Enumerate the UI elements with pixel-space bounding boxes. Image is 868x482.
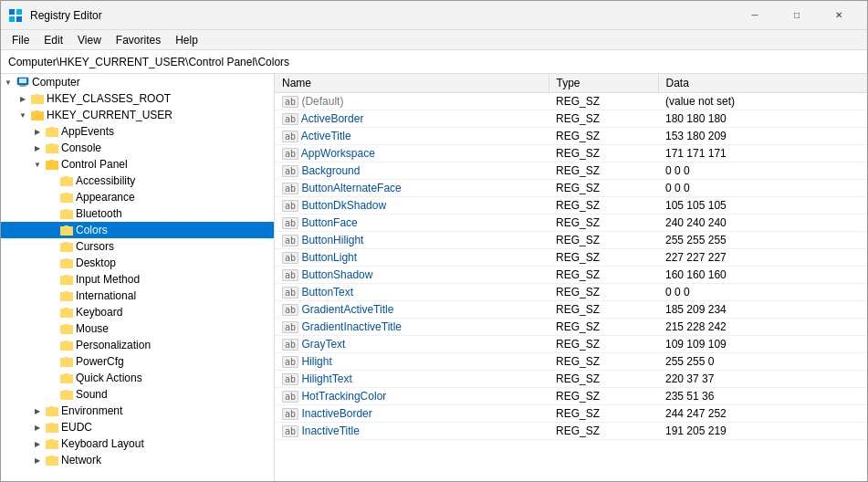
reg-data-cell: 0 0 0 <box>658 180 867 197</box>
expand-icon-environment[interactable]: ▶ <box>30 403 45 418</box>
tree-item-hkcr[interactable]: ▶ HKEY_CLASSES_ROOT <box>1 90 274 107</box>
values-panel[interactable]: Name Type Data ab (Default)REG_SZ(value … <box>275 74 867 481</box>
tree-item-keyboardlayout[interactable]: ▶ Keyboard Layout <box>1 435 274 452</box>
tree-item-mouse[interactable]: ▶ Mouse <box>1 320 274 337</box>
tree-item-bluetooth[interactable]: ▶ Bluetooth <box>1 205 274 222</box>
tree-panel[interactable]: ▼ Computer▶ HKEY_CLASSES_ROOT▼ HKEY_CURR… <box>1 74 275 481</box>
reg-type-icon: ab <box>282 131 298 142</box>
table-row[interactable]: ab ButtonAlternateFaceREG_SZ0 0 0 <box>275 180 867 197</box>
table-row[interactable]: ab (Default)REG_SZ(value not set) <box>275 93 867 110</box>
menu-edit[interactable]: Edit <box>37 30 70 50</box>
table-row[interactable]: ab BackgroundREG_SZ0 0 0 <box>275 162 867 180</box>
tree-label-eudc: EUDC <box>61 421 92 434</box>
tree-item-personalization[interactable]: ▶ Personalization <box>1 337 274 353</box>
reg-name-cell: ab GradientActiveTitle <box>275 301 549 319</box>
tree-item-desktop[interactable]: ▶ Desktop <box>1 255 274 271</box>
expand-icon-hkcu[interactable]: ▼ <box>16 108 30 122</box>
table-row[interactable]: ab GradientActiveTitleREG_SZ185 209 234 <box>275 301 867 319</box>
reg-name-text: Background <box>298 164 360 177</box>
table-row[interactable]: ab GradientInactiveTitleREG_SZ215 228 24… <box>275 319 867 336</box>
tree-item-accessibility[interactable]: ▶ Accessibility <box>1 173 274 189</box>
tree-item-network[interactable]: ▶ Network <box>1 452 274 468</box>
table-row[interactable]: ab ButtonShadowREG_SZ160 160 160 <box>275 267 867 284</box>
tree-item-controlpanel[interactable]: ▼ Control Panel <box>1 156 274 173</box>
expand-icon-keyboardlayout[interactable]: ▶ <box>30 436 45 451</box>
tree-item-cursors[interactable]: ▶ Cursors <box>1 238 274 255</box>
tree-item-computer[interactable]: ▼ Computer <box>1 74 274 90</box>
tree-item-quickactions[interactable]: ▶ Quick Actions <box>1 370 274 386</box>
tree-label-hkcr: HKEY_CLASSES_ROOT <box>47 92 171 105</box>
table-row[interactable]: ab ButtonTextREG_SZ0 0 0 <box>275 284 867 301</box>
expand-icon-network[interactable]: ▶ <box>30 453 45 467</box>
table-row[interactable]: ab HilightREG_SZ255 255 0 <box>275 353 867 371</box>
svg-rect-12 <box>46 162 58 170</box>
svg-rect-18 <box>60 260 73 268</box>
menu-favorites[interactable]: Favorites <box>109 30 168 50</box>
tree-item-appevents[interactable]: ▶ AppEvents <box>1 123 274 140</box>
table-row[interactable]: ab InactiveTitleREG_SZ191 205 219 <box>275 423 867 440</box>
svg-rect-20 <box>60 293 73 301</box>
reg-data-cell: 180 180 180 <box>658 110 867 128</box>
table-row[interactable]: ab HilightTextREG_SZ220 37 37 <box>275 371 867 388</box>
menu-help[interactable]: Help <box>168 30 205 50</box>
tree-item-powercfg[interactable]: ▶ PowerCfg <box>1 353 274 370</box>
reg-type-cell: REG_SZ <box>549 319 658 336</box>
tree-label-hkcu: HKEY_CURRENT_USER <box>47 109 173 121</box>
address-path[interactable]: Computer\HKEY_CURRENT_USER\Control Panel… <box>8 56 289 68</box>
expand-icon-eudc[interactable]: ▶ <box>30 420 45 435</box>
table-row[interactable]: ab InactiveBorderREG_SZ244 247 252 <box>275 405 867 423</box>
close-button[interactable]: ✕ <box>818 1 860 30</box>
reg-data-cell: 153 180 209 <box>658 128 867 145</box>
expand-icon-appevents[interactable]: ▶ <box>30 124 45 139</box>
table-row[interactable]: ab HotTrackingColorREG_SZ235 51 36 <box>275 388 867 405</box>
tree-item-environment[interactable]: ▶ Environment <box>1 403 274 419</box>
reg-name-text: (Default) <box>298 95 343 108</box>
tree-item-console[interactable]: ▶ Console <box>1 140 274 156</box>
tree-item-international[interactable]: ▶ International <box>1 288 274 304</box>
expand-icon-computer[interactable]: ▼ <box>1 75 16 89</box>
reg-type-cell: REG_SZ <box>549 336 658 353</box>
table-row[interactable]: ab ActiveBorderREG_SZ180 180 180 <box>275 110 867 128</box>
menu-file[interactable]: File <box>5 30 37 50</box>
reg-type-icon: ab <box>282 235 298 246</box>
reg-type-icon: ab <box>282 339 298 351</box>
reg-name-cell: ab Hilight <box>275 353 549 371</box>
table-row[interactable]: ab ButtonHilightREG_SZ255 255 255 <box>275 232 867 249</box>
svg-rect-17 <box>60 244 73 252</box>
expand-icon-console[interactable]: ▶ <box>30 141 45 155</box>
minimize-button[interactable]: ─ <box>734 1 776 30</box>
table-row[interactable]: ab ButtonLightREG_SZ227 227 227 <box>275 249 867 267</box>
table-row[interactable]: ab GrayTextREG_SZ109 109 109 <box>275 336 867 353</box>
tree-item-keyboard[interactable]: ▶ Keyboard <box>1 304 274 320</box>
table-row[interactable]: ab ButtonFaceREG_SZ240 240 240 <box>275 215 867 232</box>
reg-name-cell: ab ButtonAlternateFace <box>275 180 549 197</box>
reg-data-cell: 220 37 37 <box>658 371 867 388</box>
table-row[interactable]: ab AppWorkspaceREG_SZ171 171 171 <box>275 145 867 162</box>
reg-name-text: HotTrackingColor <box>298 390 386 403</box>
tree-item-inputmethod[interactable]: ▶ Input Method <box>1 271 274 288</box>
table-row[interactable]: ab ActiveTitleREG_SZ153 180 209 <box>275 128 867 145</box>
menu-view[interactable]: View <box>70 30 109 50</box>
reg-type-icon: ab <box>282 200 298 212</box>
reg-type-cell: REG_SZ <box>549 215 658 232</box>
table-row[interactable]: ab ButtonDkShadowREG_SZ105 105 105 <box>275 197 867 215</box>
svg-rect-6 <box>20 85 26 86</box>
column-header-name: Name <box>275 74 549 93</box>
tree-item-hkcu[interactable]: ▼ HKEY_CURRENT_USER <box>1 107 274 123</box>
tree-label-personalization: Personalization <box>76 339 151 351</box>
reg-name-text: ActiveTitle <box>298 130 351 142</box>
column-header-data: Data <box>658 74 867 93</box>
address-bar: Computer\HKEY_CURRENT_USER\Control Panel… <box>1 50 867 74</box>
svg-rect-29 <box>46 441 58 449</box>
maximize-button[interactable]: □ <box>776 1 818 30</box>
tree-item-colors[interactable]: ▶ Colors <box>1 222 274 238</box>
tree-label-computer: Computer <box>32 76 80 89</box>
tree-item-eudc[interactable]: ▶ EUDC <box>1 419 274 435</box>
tree-item-appearance[interactable]: ▶ Appearance <box>1 189 274 205</box>
expand-icon-controlpanel[interactable]: ▼ <box>30 157 45 172</box>
tree-item-sound[interactable]: ▶ Sound <box>1 386 274 403</box>
reg-name-text: ButtonLight <box>298 251 357 264</box>
expand-icon-hkcr[interactable]: ▶ <box>16 91 30 106</box>
reg-name-text: GradientActiveTitle <box>298 303 393 316</box>
svg-rect-7 <box>19 86 26 87</box>
